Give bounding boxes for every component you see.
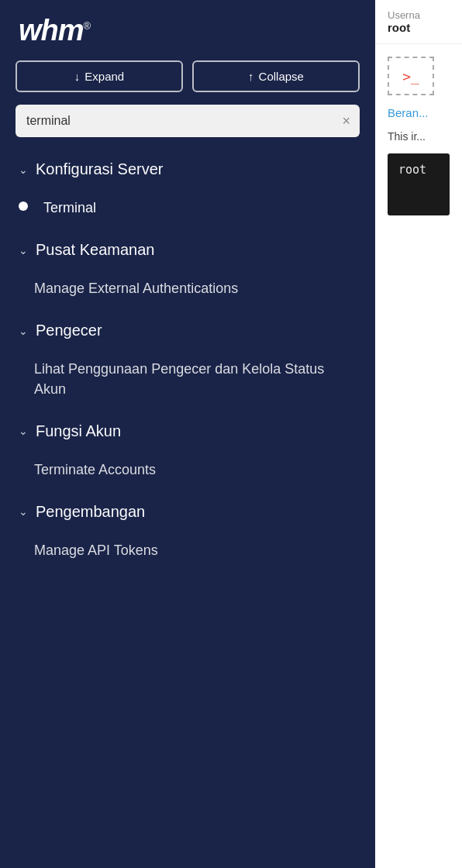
nav-section-title-pengembangan: Pengembangan — [36, 503, 145, 521]
collapse-label: Collapse — [259, 70, 304, 83]
username-label: Userna — [388, 9, 450, 21]
username-value: root — [388, 21, 450, 34]
search-input[interactable] — [16, 105, 360, 137]
nav-item-label-lihat-penggunaan: Lihat Penggunaan Pengecer dan Kelola Sta… — [34, 360, 357, 398]
active-dot-icon — [19, 202, 28, 211]
collapse-icon: ↑ — [248, 70, 254, 83]
nav-item-terminal[interactable]: Terminal — [0, 189, 375, 227]
chevron-down-icon-2: ⌄ — [19, 244, 28, 257]
right-panel-content: >_ Beran... This ir... root — [375, 44, 462, 868]
nav-section-title-pengecer: Pengecer — [36, 322, 102, 339]
nav-section-header-fungsi-akun[interactable]: ⌄ Fungsi Akun — [0, 412, 375, 451]
nav-item-label-manage-api-tokens: Manage API Tokens — [34, 541, 158, 560]
search-wrapper: × — [16, 105, 360, 137]
nav-section-header-keamanan[interactable]: ⌄ Pusat Keamanan — [0, 230, 375, 270]
terminal-prompt-icon: >_ — [402, 68, 419, 84]
whm-logo: whm® — [19, 16, 90, 45]
nav-section-title-fungsi-akun: Fungsi Akun — [36, 422, 121, 440]
logo-text: whm — [19, 14, 84, 46]
terminal-block: root — [388, 153, 450, 215]
nav-section-header-konfigurasi[interactable]: ⌄ Konfigurasi Server — [0, 150, 375, 189]
sidebar-actions: ↓ Expand ↑ Collapse — [0, 60, 375, 105]
berani-link[interactable]: Beran... — [388, 106, 450, 119]
logo-trademark: ® — [84, 20, 91, 32]
nav-section-title-keamanan: Pusat Keamanan — [36, 241, 154, 259]
search-container: × — [0, 105, 375, 150]
clear-icon: × — [342, 113, 350, 129]
nav-item-lihat-penggunaan[interactable]: Lihat Penggunaan Pengecer dan Kelola Sta… — [0, 350, 375, 408]
logo-area: whm® — [0, 0, 375, 60]
terminal-icon-box: >_ — [388, 57, 434, 95]
nav-section-title-konfigurasi: Konfigurasi Server — [36, 160, 164, 178]
nav-section-pengecer: ⌄ Pengecer Lihat Penggunaan Pengecer dan… — [0, 311, 375, 411]
collapse-button[interactable]: ↑ Collapse — [192, 60, 360, 92]
right-panel: Userna root >_ Beran... This ir... root — [375, 0, 462, 868]
nav-item-label-manage-external-auth: Manage External Authentications — [34, 279, 238, 298]
description-text: This ir... — [388, 130, 450, 143]
nav-item-manage-external-auth[interactable]: Manage External Authentications — [0, 270, 375, 308]
expand-label: Expand — [84, 70, 124, 83]
nav-item-label-terminal: Terminal — [43, 198, 96, 218]
search-clear-button[interactable]: × — [342, 113, 350, 129]
nav-item-manage-api-tokens[interactable]: Manage API Tokens — [0, 532, 375, 570]
nav-section-header-pengembangan[interactable]: ⌄ Pengembangan — [0, 492, 375, 532]
nav-section-pengembangan: ⌄ Pengembangan Manage API Tokens — [0, 492, 375, 573]
right-panel-header: Userna root — [375, 0, 462, 44]
nav-item-label-terminate-accounts: Terminate Accounts — [34, 460, 156, 480]
chevron-down-icon-5: ⌄ — [19, 505, 28, 518]
nav-section-header-pengecer[interactable]: ⌄ Pengecer — [0, 311, 375, 350]
chevron-down-icon: ⌄ — [19, 164, 28, 176]
expand-button[interactable]: ↓ Expand — [16, 60, 183, 92]
nav-section-konfigurasi-server: ⌄ Konfigurasi Server Terminal — [0, 150, 375, 230]
chevron-down-icon-3: ⌄ — [19, 325, 28, 337]
nav-section-fungsi-akun: ⌄ Fungsi Akun Terminate Accounts — [0, 412, 375, 492]
nav-section-pusat-keamanan: ⌄ Pusat Keamanan Manage External Authent… — [0, 230, 375, 311]
chevron-down-icon-4: ⌄ — [19, 425, 28, 437]
expand-icon: ↓ — [74, 70, 81, 83]
terminal-output: root — [398, 163, 426, 177]
nav-item-terminate-accounts[interactable]: Terminate Accounts — [0, 451, 375, 489]
sidebar: whm® ↓ Expand ↑ Collapse × ⌄ Konfigurasi… — [0, 0, 375, 868]
